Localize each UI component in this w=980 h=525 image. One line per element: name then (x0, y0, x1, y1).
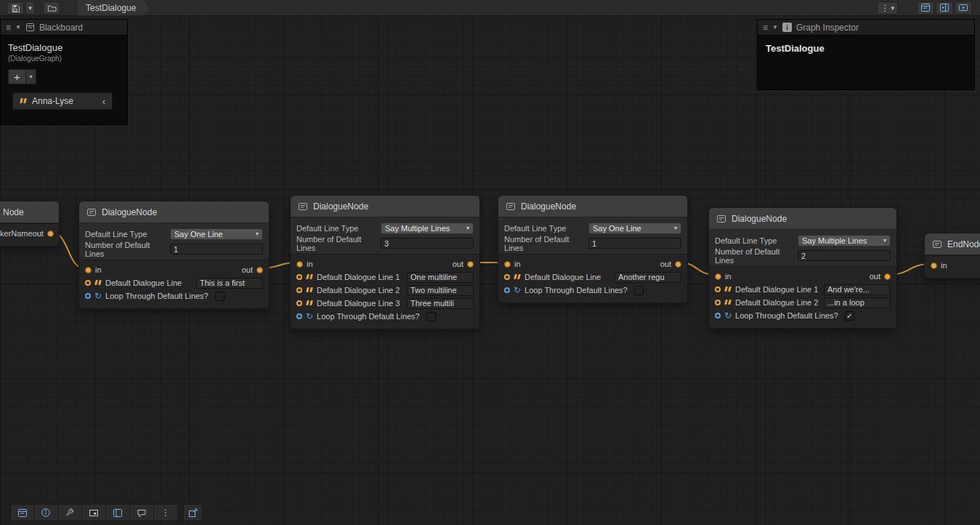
preview-toggle-button[interactable] (955, 1, 972, 15)
dialogue-line-input[interactable] (407, 298, 474, 309)
blackboard-header[interactable]: ≡ ▼ Blackboard (1, 20, 127, 36)
breadcrumb[interactable]: TestDialogue (78, 0, 149, 16)
node-title[interactable]: DialogueNode (709, 208, 896, 230)
speaker-node-partial[interactable]: Node kerName out (0, 201, 60, 247)
port-dot[interactable] (504, 274, 510, 280)
num-lines-input[interactable] (381, 238, 474, 249)
more-options-button[interactable]: ⋮ ▾ (877, 1, 898, 15)
node-title[interactable]: Node (0, 201, 59, 223)
minimap-button[interactable] (82, 504, 106, 521)
graph-inspector-panel[interactable]: ≡ ▼ i Graph Inspector TestDialogue (757, 19, 975, 90)
port-dot[interactable] (296, 274, 302, 280)
input-port[interactable]: in (85, 265, 102, 274)
num-lines-label: Number of Default Lines (296, 235, 381, 252)
more-tools-button[interactable]: ⋮ (154, 504, 178, 521)
open-asset-button[interactable] (43, 1, 60, 15)
num-lines-input[interactable] (170, 244, 263, 255)
blackboard-button[interactable] (10, 504, 34, 521)
output-port[interactable]: out (453, 260, 474, 268)
input-port[interactable]: in (931, 261, 947, 270)
dialogue-node-1[interactable]: DialogueNode Default Line Type Say One L… (78, 201, 270, 309)
blackboard-field-anna-lyse[interactable]: Anna-Lyse ‹ (12, 92, 113, 110)
loop-checkbox[interactable] (426, 312, 436, 321)
port-label: Default Dialogue Line 2 (317, 286, 400, 294)
port-dot[interactable] (715, 300, 721, 305)
blackboard-toggle-button[interactable] (917, 1, 934, 15)
input-port[interactable]: in (296, 260, 313, 268)
dropdown-value: Say One Line (593, 224, 641, 233)
port-dot[interactable] (47, 231, 54, 237)
dialogue-line-input[interactable] (824, 284, 891, 295)
line-type-dropdown[interactable]: Say Multiple Lines ▾ (798, 235, 891, 247)
inspector-toggle-button[interactable] (936, 1, 953, 15)
add-property-dropdown[interactable]: ▼ (26, 69, 36, 84)
inspector-header[interactable]: ≡ ▼ i Graph Inspector (758, 20, 974, 36)
dialogue-preview-button[interactable] (130, 504, 154, 521)
port-dot[interactable] (675, 261, 681, 268)
graph-inspector-button[interactable] (34, 504, 58, 521)
save-dropdown-button[interactable]: ▾ (25, 1, 35, 15)
blackboard-panel[interactable]: ≡ ▼ Blackboard TestDialogue (DialogueGra… (0, 19, 128, 125)
chevron-left-icon[interactable]: ‹ (102, 96, 105, 107)
dialogue-line-row: Default Dialogue Line 2 (709, 296, 896, 309)
port-dot[interactable] (296, 261, 303, 268)
port-dot[interactable] (504, 261, 511, 268)
node-title[interactable]: DialogueNode (291, 196, 479, 217)
dialogue-node-3[interactable]: DialogueNode Default Line Type Say One L… (498, 195, 688, 303)
output-port[interactable]: out (870, 272, 891, 281)
output-port[interactable]: out (242, 265, 263, 274)
line-type-dropdown[interactable]: Say One Line ▾ (588, 223, 681, 234)
node-ports: in out Default Dialogue Line ↻ Loop Thro… (79, 260, 269, 308)
speech-bubble-icon (137, 508, 147, 518)
port-label: Loop Through Default Lines? (105, 292, 208, 300)
panels-button[interactable] (106, 504, 130, 521)
output-port[interactable]: out (660, 260, 681, 268)
end-node[interactable]: EndNode in (924, 233, 980, 278)
save-button[interactable] (7, 1, 24, 15)
port-dot[interactable] (715, 286, 721, 292)
num-lines-input[interactable] (798, 250, 891, 261)
dialogue-node-2[interactable]: DialogueNode Default Line Type Say Multi… (290, 195, 480, 329)
dialogue-line-input[interactable] (407, 272, 474, 283)
input-port[interactable]: in (504, 260, 521, 268)
input-port[interactable]: in (715, 272, 732, 281)
port-dot[interactable] (467, 261, 474, 268)
drag-handle-icon[interactable]: ≡ (6, 23, 11, 33)
port-dot[interactable] (256, 267, 263, 273)
port-label: Loop Through Default Lines? (317, 312, 420, 321)
line-type-dropdown[interactable]: Say One Line ▾ (170, 228, 263, 240)
dialogue-line-input[interactable] (196, 278, 263, 289)
loop-checkbox[interactable] (215, 292, 224, 301)
dialogue-node-4[interactable]: DialogueNode Default Line Type Say Multi… (708, 207, 897, 329)
port-dot[interactable] (715, 313, 721, 318)
port-dot[interactable] (85, 267, 92, 273)
settings-button[interactable] (58, 504, 82, 521)
dialogue-line-input[interactable] (407, 285, 474, 296)
line-type-dropdown[interactable]: Say Multiple Lines ▾ (381, 223, 474, 234)
port-dot[interactable] (504, 287, 510, 293)
output-port[interactable]: out (33, 229, 54, 238)
collapse-arrow-icon[interactable]: ▼ (772, 24, 778, 31)
open-window-button[interactable] (183, 504, 203, 521)
drag-handle-icon[interactable]: ≡ (763, 23, 768, 33)
num-lines-input[interactable] (588, 238, 681, 249)
panel-title: Blackboard (39, 23, 83, 33)
add-property-button[interactable]: + (8, 69, 26, 84)
loop-checkbox[interactable]: ✓ (845, 311, 854, 321)
port-dot[interactable] (85, 293, 91, 299)
dialogue-line-input[interactable] (615, 272, 681, 283)
port-dot[interactable] (296, 287, 302, 293)
collapse-arrow-icon[interactable]: ▼ (15, 24, 21, 31)
port-dot[interactable] (931, 262, 937, 269)
port-dot[interactable] (715, 273, 721, 280)
dialogue-line-input[interactable] (824, 297, 891, 308)
node-title[interactable]: EndNode (925, 233, 980, 255)
port-dot[interactable] (884, 273, 891, 280)
port-dot[interactable] (85, 280, 91, 286)
graph-canvas[interactable]: Node kerName out DialogueNode Default Li… (0, 0, 980, 525)
port-dot[interactable] (296, 300, 302, 306)
port-dot[interactable] (296, 313, 302, 319)
node-title[interactable]: DialogueNode (498, 196, 687, 217)
node-title[interactable]: DialogueNode (79, 201, 269, 223)
loop-checkbox[interactable] (634, 286, 644, 295)
